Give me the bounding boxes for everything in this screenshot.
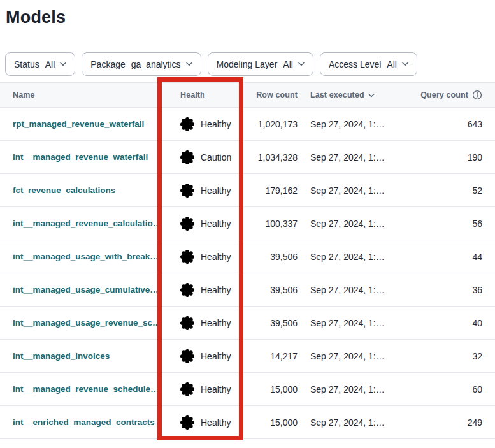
filter-label: Access Level — [329, 59, 381, 69]
models-table: Name Health Row count Last executed Quer… — [0, 82, 495, 439]
health-status-label: Caution — [201, 152, 231, 163]
last-executed-value: Sep 27, 2024, 1:… — [298, 252, 415, 262]
model-name-link[interactable]: int__managed_revenue_calculations — [13, 219, 162, 228]
health-badge-icon — [180, 250, 194, 264]
table-row: int__managed_revenue_calculations Health… — [0, 207, 495, 240]
health-status-label: Healthy — [201, 285, 231, 295]
row-count-value: 39,506 — [255, 285, 298, 295]
query-count-value: 32 — [415, 351, 482, 361]
health-badge-icon — [180, 150, 194, 164]
column-header-row-count: Row count — [255, 90, 298, 99]
health-badge-icon — [180, 382, 194, 396]
model-name-link[interactable]: int__managed_revenue_waterfall — [13, 152, 148, 162]
access-level-filter-dropdown[interactable]: Access Level All — [320, 52, 417, 76]
query-count-value: 643 — [415, 119, 482, 129]
last-executed-value: Sep 27, 2024, 1:… — [298, 417, 415, 428]
table-row: int__managed_invoices Healthy 14,217 Sep… — [0, 340, 495, 373]
row-count-value: 15,000 — [255, 384, 298, 394]
table-row: rpt_managed_revenue_waterfall Healthy 1,… — [0, 108, 495, 141]
last-executed-value: Sep 27, 2024, 1:… — [298, 219, 415, 229]
query-count-value: 36 — [415, 285, 482, 295]
info-circle-icon[interactable] — [472, 90, 482, 100]
model-name-link[interactable]: int__managed_usage_cumulative_… — [13, 285, 162, 294]
page-title: Models — [6, 6, 495, 28]
health-badge-icon — [180, 283, 194, 297]
status-filter-dropdown[interactable]: Status All — [5, 52, 75, 76]
filter-value: ga_analytics — [131, 59, 181, 69]
query-count-value: 56 — [415, 219, 482, 229]
row-count-value: 1,020,173 — [255, 119, 298, 129]
sort-chevron-down-icon — [368, 93, 375, 98]
table-header-row: Name Health Row count Last executed Quer… — [0, 82, 495, 108]
health-status-label: Healthy — [201, 384, 231, 394]
model-name-link[interactable]: int__managed_revenue_schedule_… — [13, 384, 162, 394]
health-badge-icon — [180, 117, 194, 131]
filter-label: Modeling Layer — [217, 59, 278, 69]
query-count-value: 52 — [415, 185, 482, 196]
filter-value: All — [45, 59, 55, 69]
health-badge-icon — [180, 316, 194, 330]
last-executed-value: Sep 27, 2024, 1:… — [298, 318, 415, 328]
model-name-link[interactable]: int__managed_invoices — [13, 351, 110, 361]
health-badge-icon — [180, 217, 194, 231]
health-status-label: Healthy — [201, 351, 231, 361]
last-executed-value: Sep 27, 2024, 1:… — [298, 285, 415, 295]
row-count-value: 179,162 — [255, 185, 298, 196]
last-executed-value: Sep 27, 2024, 1:… — [298, 384, 415, 394]
filter-bar: Status All Package ga_analytics Modeling… — [5, 52, 495, 76]
modeling-layer-filter-dropdown[interactable]: Modeling Layer All — [208, 52, 313, 76]
model-name-link[interactable]: rpt_managed_revenue_waterfall — [13, 119, 144, 129]
column-header-last-executed[interactable]: Last executed — [298, 90, 415, 99]
table-row: int__enriched_managed_contracts Healthy … — [0, 406, 495, 439]
health-status-label: Healthy — [201, 119, 231, 129]
model-name-link[interactable]: int__enriched_managed_contracts — [13, 417, 155, 427]
column-header-query-count: Query count — [415, 90, 482, 100]
filter-value: All — [387, 59, 397, 69]
table-row: int__managed_usage_with_breaka… Healthy … — [0, 240, 495, 273]
package-filter-dropdown[interactable]: Package ga_analytics — [82, 52, 201, 76]
row-count-value: 100,337 — [255, 219, 298, 229]
query-count-value: 40 — [415, 318, 482, 328]
health-status-label: Healthy — [201, 252, 231, 262]
column-header-health: Health — [169, 90, 255, 99]
chevron-down-icon — [60, 62, 66, 66]
last-executed-value: Sep 27, 2024, 1:… — [298, 152, 415, 163]
table-row: int__managed_usage_revenue_sc… Healthy 3… — [0, 307, 495, 340]
health-status-label: Healthy — [201, 219, 231, 229]
health-badge-icon — [180, 349, 194, 363]
row-count-value: 14,217 — [255, 351, 298, 361]
row-count-value: 39,506 — [255, 318, 298, 328]
health-status-label: Healthy — [201, 185, 231, 196]
last-executed-value: Sep 27, 2024, 1:… — [298, 185, 415, 196]
row-count-value: 15,000 — [255, 417, 298, 428]
query-count-value: 44 — [415, 252, 482, 262]
row-count-value: 1,034,328 — [255, 152, 298, 163]
query-count-value: 190 — [415, 152, 482, 163]
row-count-value: 39,506 — [255, 252, 298, 262]
health-status-label: Healthy — [201, 318, 231, 328]
table-row: int__managed_usage_cumulative_… Healthy … — [0, 273, 495, 307]
filter-label: Package — [90, 59, 125, 69]
chevron-down-icon — [298, 62, 305, 66]
chevron-down-icon — [186, 62, 192, 66]
health-badge-icon — [180, 184, 194, 198]
last-executed-value: Sep 27, 2024, 1:… — [298, 119, 415, 129]
query-count-value: 249 — [415, 417, 482, 428]
table-row: int__managed_revenue_schedule_… Healthy … — [0, 373, 495, 406]
chevron-down-icon — [402, 62, 408, 66]
model-name-link[interactable]: fct_revenue_calculations — [13, 185, 115, 195]
filter-value: All — [283, 59, 293, 69]
health-badge-icon — [180, 415, 194, 430]
health-status-label: Healthy — [201, 417, 231, 428]
table-row: fct_revenue_calculations Healthy 179,162… — [0, 174, 495, 207]
filter-label: Status — [14, 59, 39, 69]
model-name-link[interactable]: int__managed_usage_with_breaka… — [13, 252, 162, 261]
last-executed-value: Sep 27, 2024, 1:… — [298, 351, 415, 361]
model-name-link[interactable]: int__managed_usage_revenue_sc… — [13, 318, 161, 328]
column-header-name: Name — [13, 90, 169, 99]
table-row: int__managed_revenue_waterfall Caution 1… — [0, 141, 495, 174]
query-count-value: 60 — [415, 384, 482, 394]
